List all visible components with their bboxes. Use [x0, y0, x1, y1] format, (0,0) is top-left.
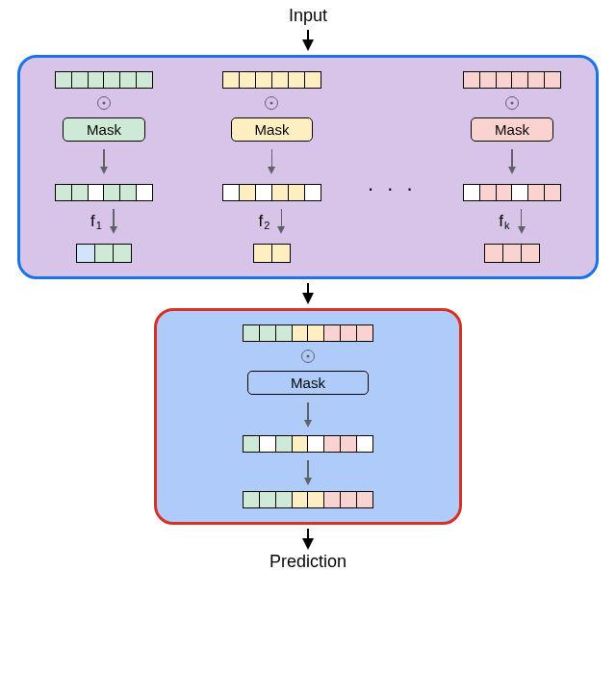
green-masked-vector: [55, 184, 153, 201]
fusion-final-vector: [243, 491, 373, 508]
hadamard-icon: [265, 96, 278, 110]
fusion-box: Mask: [154, 308, 462, 525]
arrow-down-icon: [268, 149, 275, 174]
arrow-down-icon: [277, 209, 285, 234]
arrow-down-icon: [100, 149, 108, 174]
f2-label: f2: [259, 212, 270, 231]
hadamard-icon: [97, 96, 111, 110]
ellipsis: · · ·: [368, 176, 417, 201]
fusion-masked-vector: [243, 435, 373, 453]
hadamard-icon: [301, 350, 315, 363]
mask-green: Mask: [63, 117, 145, 142]
pink-embedding: [484, 244, 540, 263]
arrow-down-icon: [304, 402, 312, 428]
arrow-mid: [0, 283, 616, 304]
pink-masked-vector: [463, 184, 561, 201]
f1-label: f1: [90, 212, 102, 231]
arrow-down-icon: [518, 209, 526, 234]
pink-input-vector: [463, 71, 561, 89]
feature-extraction-box: Mask f1 Mask: [17, 55, 599, 279]
hadamard-icon: [505, 96, 519, 110]
input-label: Input: [0, 6, 616, 26]
mask-yellow: Mask: [231, 117, 314, 142]
arrow-input: [0, 30, 616, 51]
yellow-masked-vector: [222, 184, 321, 201]
arrow-down-icon: [304, 460, 312, 485]
mask-blue: Mask: [247, 371, 369, 395]
green-embedding: [76, 244, 132, 263]
arrow-output: [0, 529, 616, 550]
fusion-concat-vector: [243, 325, 373, 342]
yellow-input-vector: [222, 71, 321, 89]
yellow-embedding: [253, 244, 291, 263]
fk-label: fk: [499, 212, 509, 231]
mask-pink: Mask: [471, 117, 553, 142]
green-input-vector: [55, 71, 153, 89]
arrow-down-icon: [508, 149, 516, 174]
arrow-down-icon: [110, 209, 117, 234]
prediction-label: Prediction: [0, 552, 616, 572]
